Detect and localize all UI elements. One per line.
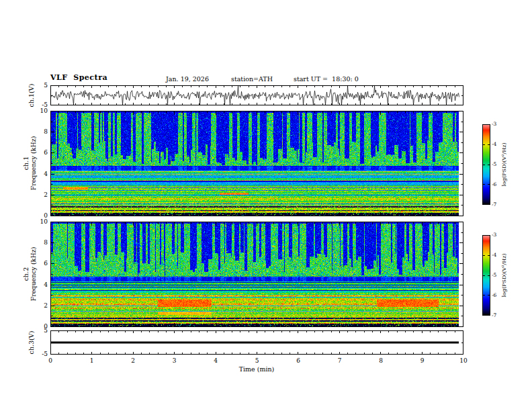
x-tick-label: 4 [209, 357, 222, 364]
ch3-waveform-plot [50, 330, 463, 355]
x-tick-label: 9 [416, 357, 429, 364]
x-tick-label: 6 [292, 357, 305, 364]
colorbar1-tick-label: -3 [492, 122, 502, 127]
x-tick-label: 10 [457, 357, 470, 364]
colorbar2-tick-label: -5 [492, 273, 502, 278]
colorbar1-tick-label: -7 [492, 202, 502, 208]
spec1-y-tick-label: 2 [28, 191, 48, 198]
wave-y-tick-label: -5 [28, 101, 48, 108]
spec2-y-tick-label: 2 [28, 302, 48, 309]
x-tick-label: 2 [126, 357, 140, 364]
x-tick-label: 0 [44, 357, 57, 364]
ch2-frequency-axis-label: ch.2 Frequency (kHz) [23, 247, 37, 302]
spec1-y-tick-label: 10 [28, 107, 48, 114]
spec2-y-tick-label: 10 [28, 218, 48, 225]
colorbar1-tick-label: -5 [492, 162, 502, 167]
header-start-ut: start UT = 18:30: 0 [294, 75, 359, 83]
ch1-frequency-axis-label-line2: Frequency (kHz) [30, 136, 37, 191]
vlf-spectra-figure: VLF Spectra Jan. 19, 2026 station=ATH st… [0, 0, 532, 411]
ch1-frequency-axis-label-line1: ch.1 [23, 136, 30, 191]
x-axis-label: Time (min) [239, 365, 275, 373]
colorbar2-tick-label: -3 [492, 232, 502, 238]
ch1-frequency-axis-label: ch.1 Frequency (kHz) [23, 136, 37, 191]
colorbar1-tick-label: -4 [492, 142, 502, 147]
colorbar-2 [482, 235, 490, 316]
colorbar1-tick-label: -6 [492, 182, 502, 187]
spec2-y-tick-label: 8 [28, 239, 48, 246]
spec1-y-tick-label: 8 [28, 128, 48, 135]
colorbar2-tick-label: -4 [492, 253, 502, 258]
colorbar2-tick-label: -6 [492, 293, 502, 298]
ch1-waveform-plot [50, 85, 463, 105]
x-tick-label: 1 [85, 357, 99, 364]
colorbar-1 [482, 124, 490, 205]
header-date: Jan. 19, 2026 [166, 75, 209, 83]
x-tick-label: 5 [251, 357, 264, 364]
colorbar2-tick-label: -7 [492, 313, 502, 318]
spec1-y-tick-label: 4 [28, 171, 48, 177]
ch3-y-tick-label: 5 [28, 327, 48, 334]
x-tick-label: 7 [333, 357, 347, 364]
header-station: station=ATH [231, 75, 273, 83]
ch3-y-tick-label: -5 [28, 351, 48, 357]
spec2-y-tick-label: 6 [28, 260, 48, 267]
wave-y-tick-label: 5 [28, 82, 48, 89]
x-tick-label: 3 [168, 357, 181, 364]
ch1-spectrogram [50, 111, 463, 216]
ch2-spectrogram [50, 222, 463, 327]
ch2-frequency-axis-label-line1: ch.2 [23, 247, 30, 302]
x-tick-label: 8 [374, 357, 388, 364]
spec2-y-tick-label: 4 [28, 281, 48, 288]
figure-title: VLF Spectra [50, 73, 107, 82]
ch2-frequency-axis-label-line2: Frequency (kHz) [30, 247, 37, 302]
spec1-y-tick-label: 6 [28, 149, 48, 156]
